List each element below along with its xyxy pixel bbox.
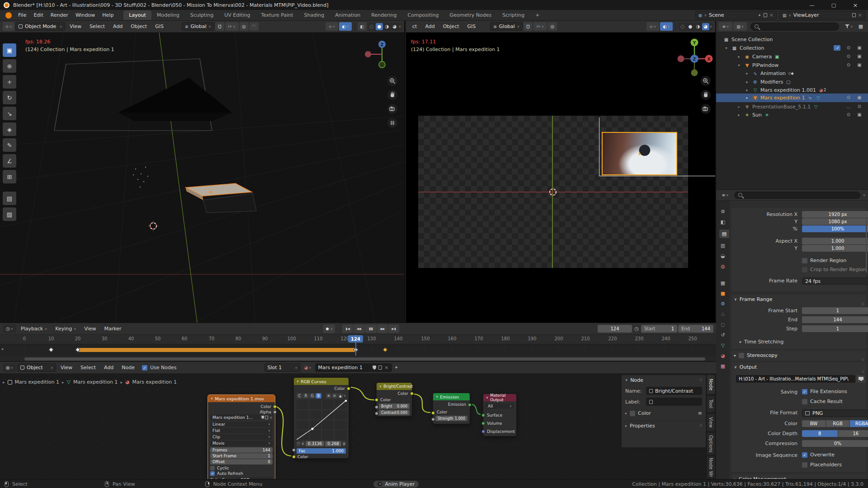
mode-selector[interactable]: Object Mode ∨ xyxy=(15,22,65,31)
tool-measure-button[interactable]: ∠ xyxy=(3,154,16,168)
jump-to-end-button[interactable]: ▶▮ xyxy=(388,324,399,333)
show-overlays-dropdown[interactable]: ◐∨ xyxy=(339,22,352,31)
tab-shading[interactable]: Shading xyxy=(299,10,330,20)
playhead-frame-badge[interactable]: 124 xyxy=(348,335,363,343)
material-name-field[interactable]: Mars expedition 1 × xyxy=(315,363,392,372)
proportional-falloff-icon[interactable]: ◠ xyxy=(250,22,259,31)
extension-dropdown[interactable]: Clip∨ xyxy=(210,434,273,440)
file-extensions-checkbox[interactable]: ✓ xyxy=(802,389,807,394)
node-image-texture[interactable]: ∨Mars expedition 1.mov Color Alpha Mars … xyxy=(208,394,275,479)
zoom-icon[interactable] xyxy=(701,76,711,86)
frame-end-field[interactable]: 144 xyxy=(802,316,868,323)
frame-start-field[interactable]: 1 xyxy=(802,307,868,314)
node-name-field[interactable]: Bright/Contrast xyxy=(646,387,702,395)
handle-vector-icon[interactable]: ∧ xyxy=(301,441,305,446)
close-button[interactable]: × xyxy=(846,2,864,9)
navigation-gizmo[interactable]: Z xyxy=(362,39,402,80)
copy-material-icon[interactable] xyxy=(378,366,382,370)
menu-add[interactable]: Add xyxy=(421,22,438,31)
outliner-row-sun[interactable]: ▸ ☀ Sun ☀ xyxy=(736,111,770,119)
curve-widget[interactable] xyxy=(297,400,347,440)
frame-start-field[interactable]: Start1 xyxy=(641,325,677,333)
minimize-button[interactable]: — xyxy=(803,2,821,8)
socket-color-input[interactable] xyxy=(292,455,296,459)
editor-type-3d-viewport-icon[interactable]: ⊹∨ xyxy=(3,22,14,31)
fake-user-shield-icon[interactable] xyxy=(261,416,264,419)
render-region-checkbox[interactable] xyxy=(802,258,807,263)
show-gizmo-dropdown[interactable]: ⊹∨ xyxy=(646,22,659,31)
timeline-scrollbar[interactable] xyxy=(24,357,705,361)
shading-material-icon[interactable]: ◑ xyxy=(383,23,391,30)
stereoscopy-checkbox[interactable] xyxy=(739,353,744,358)
offset-field[interactable]: Offset0 xyxy=(210,459,273,465)
timeline-editor[interactable]: ◷∨ Playback∨ Keying∨ View Marker ●∨ ▮◀ ◀… xyxy=(0,323,716,361)
socket-bright-input[interactable] xyxy=(375,405,378,409)
hide-viewport-icon[interactable]: ⊙ xyxy=(844,45,853,50)
socket-color-input[interactable] xyxy=(375,398,378,402)
tab-layout[interactable]: Layout xyxy=(123,10,151,20)
node-bright-contrast[interactable]: ∨Bright/Contrast Color Color Bright0.000… xyxy=(376,382,412,417)
jump-to-start-button[interactable]: ▮◀ xyxy=(342,324,353,333)
depth-8-button[interactable]: 8 xyxy=(802,430,838,437)
tab-geometry-nodes[interactable]: Geometry Nodes xyxy=(444,10,497,20)
strength-field[interactable]: Strength1.000 xyxy=(435,416,467,421)
properties-search-input[interactable] xyxy=(734,192,860,199)
tab-animation[interactable]: Animation xyxy=(330,10,366,20)
target-dropdown[interactable]: All∨ xyxy=(486,404,514,409)
tab-physics-icon[interactable]: ◌ xyxy=(721,322,725,328)
tab-object-data-icon[interactable]: ▽ xyxy=(721,343,725,348)
color-rgba-button[interactable]: RGBA xyxy=(850,420,868,427)
shader-type-dropdown[interactable]: Object ∨ xyxy=(17,363,56,372)
projection-dropdown[interactable]: Flat∨ xyxy=(210,428,273,433)
output-path-field[interactable]: H:\010 - Art - Illustratio...Materials M… xyxy=(736,375,855,383)
tab-particles-icon[interactable]: ∴ xyxy=(722,311,725,317)
resolution-x-field[interactable]: 1920 px xyxy=(802,211,868,218)
outliner-row-mars-expedition-1[interactable]: ▸ ▼ Mars expedition 1 ∿ ▽ xyxy=(744,94,821,102)
tab-tool-icon[interactable]: ⚙ xyxy=(721,209,725,215)
shader-node-editor[interactable]: ◍∨ Object ∨ View Select Add Node ✓Use No… xyxy=(0,362,716,479)
node-emission[interactable]: ∨Emission Emission Color Strength1.000 xyxy=(433,393,470,424)
editor-type-timeline-icon[interactable]: ◷∨ xyxy=(3,324,16,333)
scene-selector[interactable]: ◍ ∨ Scene ✦ × xyxy=(695,11,777,19)
snap-toggle-icon[interactable]: Ω xyxy=(524,22,533,31)
tab-uv-editing[interactable]: UV Editing xyxy=(219,10,255,20)
node-material-output[interactable]: ∨Material Output All∨ Surface Volume Dis… xyxy=(483,394,517,436)
add-workspace-button[interactable]: + xyxy=(530,10,545,20)
tab-rendering[interactable]: Rendering xyxy=(366,10,402,20)
shading-dropdown-icon[interactable]: ∨ xyxy=(399,25,401,28)
tab-modifiers-icon[interactable]: ⚙ xyxy=(721,301,725,307)
stereoscopy-panel-header[interactable]: ▸Stereoscopy ⠿ xyxy=(730,352,868,360)
expand-icon[interactable]: ▸ xyxy=(744,80,750,84)
sidebar-tab-options[interactable]: Options xyxy=(707,432,715,455)
outliner-row-modifiers[interactable]: ▸ ⚙ Modifiers ▢ xyxy=(744,78,791,86)
channel-c-button[interactable]: C xyxy=(297,393,302,399)
properties-panel-header[interactable]: ▸ Properties ⠿ xyxy=(622,421,706,431)
shading-rendered-icon[interactable]: ◕ xyxy=(702,23,709,30)
pin-icon[interactable]: ✦ xyxy=(758,13,761,18)
hide-viewport-icon[interactable]: ⊙ xyxy=(844,95,853,100)
snap-settings-dropdown[interactable]: ⊦⊦∨ xyxy=(533,22,547,31)
node-sidebar[interactable]: ∨ Node ⠿ Name: Bright/Contrast Label: ▸ … xyxy=(621,375,706,448)
tool-extra-2-button[interactable]: ▨ xyxy=(3,207,16,221)
contrast-field[interactable]: Contrast0.040 xyxy=(379,410,410,415)
blender-menu-icon[interactable] xyxy=(5,12,12,19)
socket-surface-input[interactable] xyxy=(481,413,485,417)
navigation-gizmo[interactable]: Y Z X xyxy=(674,37,715,79)
curve-zoom-out-icon[interactable]: ⊖ xyxy=(332,393,337,399)
zoom-icon[interactable] xyxy=(387,76,397,86)
snap-toggle-icon[interactable]: Ω xyxy=(215,22,224,31)
crop-render-region-checkbox[interactable] xyxy=(802,267,807,272)
expand-icon[interactable]: ▸ xyxy=(736,105,742,109)
tool-move-button[interactable]: + xyxy=(3,75,16,89)
tab-constraints-icon[interactable]: ↺ xyxy=(721,332,725,338)
outliner-filter-dropdown[interactable]: ∨ xyxy=(843,22,855,31)
color-bw-button[interactable]: BW xyxy=(802,420,826,427)
pause-button[interactable]: ▮▮ xyxy=(365,324,377,333)
sidebar-tab-view[interactable]: View xyxy=(707,413,715,432)
cache-result-checkbox[interactable] xyxy=(802,399,807,404)
expand-icon[interactable]: ▸ xyxy=(736,55,742,59)
socket-color-input[interactable] xyxy=(431,411,435,415)
menu-help[interactable]: Help xyxy=(99,11,117,19)
outliner-row-camera[interactable]: ▸ ◉ Camera ▣ xyxy=(736,52,780,61)
show-gizmo-dropdown[interactable]: ⊹∨ xyxy=(326,22,338,31)
